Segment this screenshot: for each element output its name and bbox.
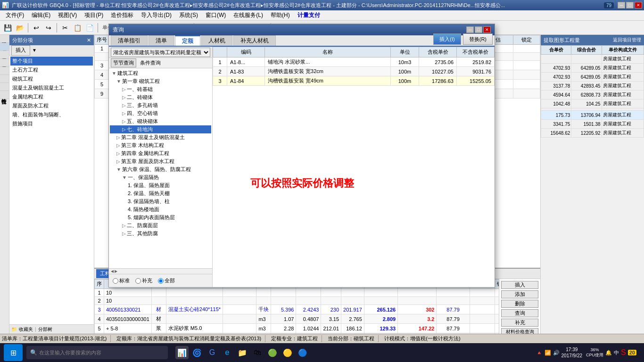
sidebar-collect-icon[interactable]: 📁 [11,327,17,332]
menu-item-online[interactable]: 在线服务(L) [230,10,267,20]
close-button[interactable]: ✕ [635,2,642,8]
dialog-tree-item-brick-body[interactable]: ▷ 二、砖砌体 [110,93,211,101]
menu-item-measure[interactable]: 计量支付 [294,10,324,20]
dialog-tree-item-porous-brick[interactable]: ▷ 三、多孔砖墙 [110,101,211,109]
rp-table-row[interactable]: 房屋建筑工程 [541,55,644,64]
bottom-table-row[interactable]: 3 400501330021 材 混凝土实心砖240*115* 千块 5.396… [95,305,499,314]
vert-tab-compliance[interactable]: 符合性检查 [0,91,9,99]
rp-table-row[interactable]: 15648.62 12205.92 房屋建筑工程 [541,129,644,138]
delete-btn[interactable]: 删除 [501,300,538,308]
bottom-table-row[interactable]: 5 + 5-8 浆 水泥砂浆 M5.0 m3 2.28 1.0244 212.0… [95,324,499,333]
result-row-3[interactable]: 3 A1-84 沟槽铁盖板安装 宽49cm 100m 17286.63 1525… [213,76,495,86]
vert-tab-report[interactable]: 报表 [0,83,9,91]
menu-item-window[interactable]: 窗口(W) [202,10,230,20]
bottom-table-row[interactable]: 1 10 [95,289,499,297]
bottom-table-row[interactable]: 2 10 [95,297,499,305]
dialog-maximize-button[interactable]: □ [475,26,482,33]
radio-supplement[interactable]: 补充 [135,277,152,284]
rp-table-row[interactable]: 3137.78 42893.45 房屋建筑工程 [541,82,644,90]
tree-item-masonry[interactable]: 砌筑工程 [10,74,93,83]
dialog-tab-materials[interactable]: 人材机 [201,35,232,46]
insert-button[interactable]: 插入 [11,45,30,56]
dialog-tree-item-ch2[interactable]: ▷ 第二章 混凝土及钢筋混凝土 [110,133,211,141]
toolbar-btn-6[interactable]: 📋 [72,22,83,33]
dialog-tab-list[interactable]: 清单 [149,35,174,46]
dialog-tree-item-brick-ditch[interactable]: ▷ 七、砖地沟 [110,125,211,133]
menu-item-view[interactable]: 视图(V) [54,10,81,20]
tree-scroll-bar[interactable]: ◀ ▶ [109,268,212,274]
rp-table-row[interactable]: 175.73 13706.94 房屋建筑工程 [541,111,644,120]
result-row-1[interactable]: 1 A1-8... 铺地沟 水泥砂浆... 10m3 2735.06 2519.… [213,58,495,67]
toolbar-btn-7[interactable]: 📄 [84,22,95,33]
maximize-button[interactable]: □ [626,2,634,8]
tree-item-earthwork[interactable]: 土石方工程 [10,66,93,74]
dialog-tree-item-ch6[interactable]: ▼ 第六章 保温、隔热、防腐工程 [110,165,211,173]
rp-table-row[interactable]: 4702.93 64289.05 房屋建筑工程 [541,64,644,73]
toolbar-btn-4[interactable]: ↪ [43,22,54,33]
action-center-icon[interactable]: 🔔 [605,350,612,356]
taskbar-app-edge[interactable]: e [221,346,234,359]
dialog-tree-item-brick-foundation[interactable]: ▷ 一、砖基础 [110,85,211,93]
dialog-tree-item-ins3[interactable]: 3. 保温隔热墙、柱 [110,197,211,206]
menu-item-quota[interactable]: 造价指标 [107,10,137,20]
result-row-2[interactable]: 2 A1-83 沟槽铁盖板安装 宽32cm 100m 10227.05 9031… [213,67,495,76]
taskbar-app-gbq[interactable]: 📊 [175,346,189,359]
supplement-btn[interactable]: 补充 [501,319,538,327]
dialog-insert-button[interactable]: 插入(I) [433,33,461,45]
return-project-btn[interactable]: 返回项目管理 [613,37,641,43]
menu-item-edit[interactable]: 编辑(E) [28,10,54,20]
taskbar-search[interactable]: 🔍 在这里输入你要搜索的内容 [26,346,168,359]
sidebar-collect-label[interactable]: 收藏夹 [19,326,33,333]
toolbar-btn-3[interactable]: ↩ [31,22,42,33]
insert-btn[interactable]: 插入 [501,281,538,289]
tree-item-whole[interactable]: 整个项目 [10,57,93,66]
taskbar-app-3[interactable]: G [206,346,219,359]
dialog-tree-item-insulation[interactable]: ▼ 一、保温隔热 [110,173,211,181]
dialog-tree-item-ins4[interactable]: 4. 隔热楼地面 [110,206,211,214]
vert-tab-other[interactable]: 其他项目 [0,59,9,67]
dialog-tree-item-ch3[interactable]: ▷ 第三章 木结构工程 [110,141,211,149]
dialog-replace-button[interactable]: 替换(R) [463,33,493,45]
rp-table-row[interactable]: 4702.93 64289.05 房屋建筑工程 [541,73,644,82]
material-price-btn[interactable]: 材料价格查询 [501,328,538,334]
vert-tab-cost[interactable]: 费用汇总 [0,75,9,83]
dialog-minimize-button[interactable]: ─ [466,26,474,33]
tree-item-waterproof[interactable]: 屋面及防水工程 [10,101,93,110]
menu-item-help[interactable]: 帮助(H) [267,10,294,20]
dialog-tree-item-ins5[interactable]: 5. 烟囱内表面隔热层 [110,214,211,222]
minimize-button[interactable]: ─ [618,2,625,8]
add-btn[interactable]: 添加 [501,290,538,298]
vert-tab-materials[interactable]: 人材机汇总 [0,67,9,75]
dialog-tab-node-query[interactable]: 节节查询 [111,58,136,67]
tree-item-wall-dec[interactable]: 墙、柱面装饰与隔断、 [10,110,93,119]
dialog-tree-item-anticorr[interactable]: ▷ 二、防腐面层 [110,222,211,230]
dialog-tab-quota[interactable]: 定额 [175,35,200,46]
dialog-quota-select[interactable]: 湖北省房屋建筑与装饰工程消耗量定额 [111,48,210,57]
dialog-tree-item-hollow-brick[interactable]: ▷ 四、空心砖墙 [110,109,211,117]
taskbar-app-folder[interactable]: 📁 [236,346,249,359]
vert-tab-overview[interactable]: 工程概况 [0,35,9,43]
menu-item-file[interactable]: 文件(F) [2,10,28,20]
query-dialog[interactable]: 查询 ─ □ ✕ 清单指引 清单 定额 人材机 补充人材机 插入(I) 替换(R… [108,24,495,288]
tree-item-metal[interactable]: 金属结构工程 [10,92,93,101]
dialog-tree-item-ch1[interactable]: ▼ 第一章 砌筑工程 [110,77,211,85]
rp-table-row[interactable]: 4594.64 62808.73 房屋建筑工程 [541,90,644,99]
dialog-tab-cond-query[interactable]: 条件查询 [138,59,163,67]
menu-item-system[interactable]: 系统(S) [175,10,202,20]
radio-standard[interactable]: 标准 [113,277,130,284]
toolbar-btn-5[interactable]: ✂ [59,22,71,33]
radio-all[interactable]: 全部 [158,277,175,284]
dialog-tree-item-other-anti[interactable]: ▷ 三、其他防腐 [110,230,211,238]
tree-item-concrete[interactable]: 混凝土及钢筋混凝土工 [10,83,93,92]
menu-item-import[interactable]: 导入导出(D) [137,10,175,20]
dialog-tree-item-ch5[interactable]: ▷ 第五章 屋面及防水工程 [110,157,211,165]
taskbar-app-2[interactable]: 🌀 [190,346,204,359]
taskbar-app-blue[interactable]: 🔵 [296,346,309,359]
toolbar-btn-2[interactable]: 📂 [14,22,25,33]
dialog-tree-item-block[interactable]: ▷ 五、砌块砌体 [110,117,211,125]
taskbar-app-store[interactable]: 🛍 [251,346,264,359]
rp-table-row[interactable]: 1042.48 104.25 房屋建筑工程 [541,99,644,108]
dialog-tree-item-ins2[interactable]: 2. 保温、隔热天棚 [110,189,211,197]
dialog-close-button[interactable]: ✕ [483,26,491,33]
vert-tab-measures[interactable]: 措施项目 [0,51,9,59]
